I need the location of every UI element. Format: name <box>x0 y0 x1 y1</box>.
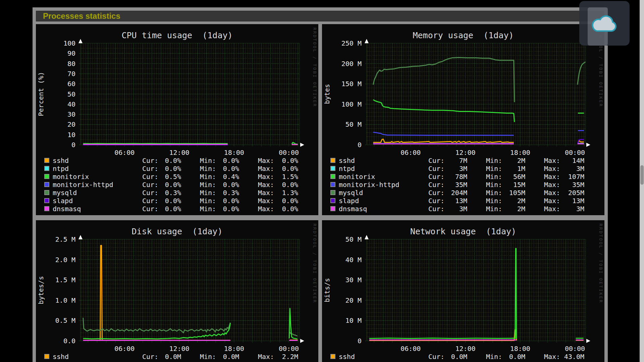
right-arrow-icon <box>300 143 304 147</box>
x-tick-label: 18:00 <box>510 148 530 157</box>
y-tick-label: 150 M <box>341 80 362 88</box>
y-tick-label: 0.0 <box>63 337 75 345</box>
x-tick-label: 06:00 <box>114 148 135 157</box>
y-tick-label: 0.5 M <box>55 316 75 324</box>
y-tick-label: 50 M <box>345 120 362 128</box>
up-arrow-icon <box>365 39 369 43</box>
y-tick-label: 0 <box>71 141 75 149</box>
rrdtool-credit: RRDTOOL / TOBI OETIKER <box>312 224 317 303</box>
page-title-bar: Processes statistics <box>36 11 604 21</box>
chart-title: Network usage (1day) <box>410 227 516 236</box>
network-usage-panel: 50 M40 M30 M20 M10 M006:0012:0018:0000:0… <box>322 220 604 362</box>
y-axis-label: bytes <box>323 84 331 104</box>
y-tick-label: 10 <box>67 131 75 139</box>
series-mysqld <box>83 318 230 333</box>
cloud-upload-overlay[interactable] <box>579 1 630 46</box>
x-tick-label: 12:00 <box>455 148 475 157</box>
right-arrow-icon <box>586 339 590 343</box>
cpu-usage-panel: 100908070605040302010006:0012:0018:0000:… <box>36 24 318 215</box>
right-arrow-icon <box>300 339 304 343</box>
x-tick-label: 00:00 <box>279 345 299 353</box>
cloud-upload-icon <box>589 11 621 34</box>
y-tick-label: 30 <box>67 110 75 118</box>
y-tick-label: 2.0 M <box>55 256 75 264</box>
x-tick-label: 18:00 <box>224 345 244 353</box>
y-axis-label: bytes/s <box>37 276 45 304</box>
y-tick-label: 40 M <box>345 256 362 264</box>
x-tick-label: 06:00 <box>114 345 135 353</box>
charts-grid: 100908070605040302010006:0012:0018:0000:… <box>36 24 604 362</box>
disk-usage-panel: 2.5 M2.0 M1.5 M1.0 M0.5 M0.006:0012:0018… <box>36 220 318 362</box>
y-tick-label: 250 M <box>341 39 362 47</box>
y-tick-label: 2.5 M <box>55 235 75 243</box>
y-tick-label: 10 M <box>345 316 362 324</box>
x-tick-label: 06:00 <box>400 148 421 157</box>
up-arrow-icon <box>78 39 83 43</box>
x-tick-label: 12:00 <box>169 148 189 157</box>
x-tick-label: 12:00 <box>455 345 475 353</box>
y-axis-label: Percent (%) <box>37 72 45 116</box>
y-tick-label: 20 <box>67 120 75 128</box>
y-tick-label: 0 <box>358 141 362 149</box>
y-tick-label: 50 M <box>345 235 362 243</box>
x-tick-label: 00:00 <box>565 345 585 353</box>
y-tick-label: 30 M <box>345 276 362 284</box>
up-arrow-icon <box>365 235 369 239</box>
cpu-usage-chart[interactable]: 100908070605040302010006:0012:0018:0000:… <box>36 24 318 215</box>
y-tick-label: 60 <box>67 80 75 88</box>
y-tick-label: 40 <box>67 100 75 108</box>
y-tick-label: 80 <box>67 60 75 68</box>
disk-usage-chart[interactable]: 2.5 M2.0 M1.5 M1.0 M0.5 M0.006:0012:0018… <box>36 220 318 362</box>
chart-title: CPU time usage (1day) <box>121 31 232 40</box>
y-axis-label: bits/s <box>323 278 331 302</box>
scrollbar-thumb[interactable] <box>640 165 644 185</box>
x-tick-label: 00:00 <box>279 148 299 157</box>
x-tick-label: 12:00 <box>169 345 189 353</box>
chart-title: Disk usage (1day) <box>132 227 223 236</box>
y-tick-label: 0 <box>358 337 362 345</box>
x-tick-label: 00:00 <box>565 148 585 157</box>
y-tick-label: 20 M <box>345 296 362 304</box>
page-title: Processes statistics <box>43 11 120 21</box>
y-tick-label: 70 <box>67 70 75 78</box>
rrdtool-credit: RRDTOOL / TOBI OETIKER <box>598 224 603 303</box>
network-usage-chart[interactable]: 50 M40 M30 M20 M10 M006:0012:0018:0000:0… <box>322 220 604 362</box>
scrollbar-track[interactable] <box>640 0 644 362</box>
chart-title: Memory usage (1day) <box>413 31 514 40</box>
series-monitorix <box>369 248 517 339</box>
y-tick-label: 1.0 M <box>55 296 75 304</box>
y-tick-label: 100 M <box>341 100 362 108</box>
right-arrow-icon <box>586 143 590 147</box>
series-mysqld <box>373 57 515 102</box>
series-mysqld <box>578 62 586 85</box>
up-arrow-icon <box>78 235 83 239</box>
series-sshd <box>369 330 517 341</box>
x-tick-label: 18:00 <box>510 345 530 353</box>
memory-usage-panel: 250 M200 M150 M100 M50 M006:0012:0018:00… <box>322 24 604 215</box>
y-tick-label: 1.5 M <box>55 276 75 284</box>
series-monitorix <box>83 143 228 144</box>
y-tick-label: 200 M <box>341 60 362 68</box>
y-tick-label: 50 <box>67 90 75 98</box>
x-tick-label: 18:00 <box>224 148 244 157</box>
series-monitorix <box>373 100 515 122</box>
x-tick-label: 06:00 <box>400 345 421 353</box>
y-tick-label: 100 <box>63 39 75 47</box>
memory-usage-chart[interactable]: 250 M200 M150 M100 M50 M006:0012:0018:00… <box>322 24 604 215</box>
content-frame: Processes statistics 1009080706050403020… <box>33 7 608 362</box>
rrdtool-credit: RRDTOOL / TOBI OETIKER <box>312 27 317 107</box>
y-tick-label: 90 <box>67 49 75 57</box>
